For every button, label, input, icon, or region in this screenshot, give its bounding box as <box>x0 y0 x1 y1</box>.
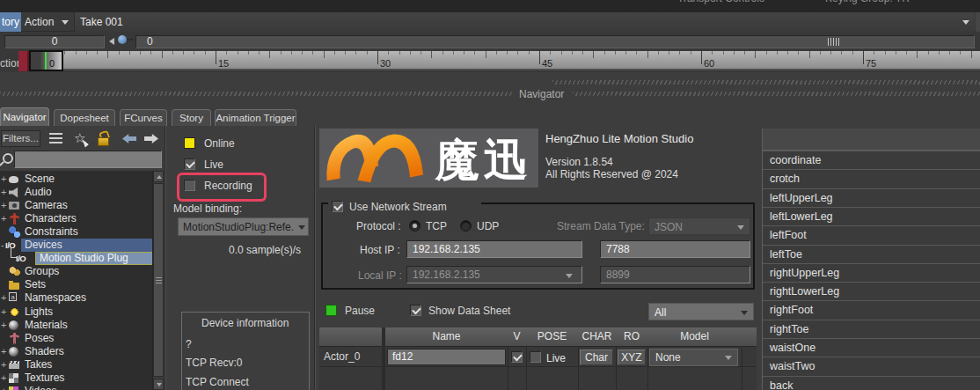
online-indicator[interactable] <box>184 137 195 149</box>
tab-animation-trigger[interactable]: Animation Trigger <box>215 109 296 126</box>
show-data-sheet-checkbox[interactable] <box>410 305 421 316</box>
tree-item-materials[interactable]: +Materials <box>0 319 152 332</box>
timeline-knob-icon[interactable] <box>118 35 127 44</box>
filters-button[interactable]: Filters... <box>1 130 40 147</box>
tree-item-takes[interactable]: +Takes <box>0 358 152 372</box>
char-button[interactable]: Char <box>580 350 613 365</box>
model-dropdown[interactable]: None <box>649 349 738 366</box>
actor-filter-dropdown[interactable]: All <box>648 303 754 320</box>
skeleton-item-waistTwo[interactable]: waistTwo <box>763 357 980 375</box>
skeleton-item-waistOne[interactable]: waistOne <box>763 338 980 357</box>
column-divider <box>647 347 648 390</box>
tree-item-textures[interactable]: +Textures <box>0 372 152 385</box>
ruler-tick <box>486 51 486 58</box>
skeleton-item-coordinate[interactable]: coordinate <box>763 151 980 169</box>
pose-checkbox[interactable] <box>530 351 541 363</box>
expand-icon[interactable]: + <box>1 359 8 371</box>
column-header-v[interactable]: V <box>508 327 526 347</box>
scroll-thumb[interactable] <box>153 183 164 377</box>
expand-icon[interactable]: + <box>1 292 8 304</box>
forward-arrow-icon[interactable] <box>144 134 158 143</box>
timeline-ruler[interactable]: 1530456075 <box>29 51 980 70</box>
expand-icon[interactable]: + <box>1 372 8 384</box>
expand-icon[interactable]: + <box>1 187 8 198</box>
tab-navigator[interactable]: Navigator <box>0 107 49 126</box>
tree-item-videos[interactable]: +Videos <box>0 385 152 390</box>
ro-button[interactable]: XYZ <box>618 350 646 365</box>
skeleton-list-header <box>763 129 980 151</box>
take-dropdown-arrow-icon[interactable] <box>962 20 969 25</box>
tree-item-lights[interactable]: +Lights <box>0 305 152 319</box>
pause-indicator[interactable] <box>325 305 337 316</box>
column-header-name[interactable]: Name <box>385 327 508 347</box>
tree-item-sets[interactable]: Sets <box>0 278 152 291</box>
list-options-icon[interactable] <box>49 133 62 143</box>
scroll-grip-icon[interactable] <box>828 38 829 46</box>
tree-item-motion-studio-plug[interactable]: I/OMotion Studio Plug <box>0 252 152 265</box>
tcp-radio[interactable] <box>409 220 421 232</box>
search-input[interactable] <box>14 151 162 168</box>
skeleton-item-rightUpperLeg[interactable]: rightUpperLeg <box>763 263 980 282</box>
actor-row-label[interactable]: Actor_0 <box>324 350 360 363</box>
v-checkbox[interactable] <box>511 351 523 363</box>
column-header-char[interactable]: CHAR <box>578 327 616 347</box>
local-port-input[interactable]: 8899 <box>600 266 750 283</box>
action-dropdown-label[interactable]: Action <box>25 16 54 28</box>
back-arrow-icon[interactable] <box>122 134 136 143</box>
timeline-scroll-field[interactable]: 0 <box>135 35 975 48</box>
expand-icon[interactable]: + <box>1 173 8 185</box>
host-ip-input[interactable]: 192.168.2.135 <box>406 240 582 258</box>
tree-item-devices[interactable]: -I/ODevices <box>0 239 152 252</box>
tab-story[interactable]: Story <box>172 109 211 126</box>
skeleton-item-rightToe[interactable]: rightToe <box>763 320 980 338</box>
model-binding-dropdown[interactable]: MotionStudioPlug:Refe. <box>178 217 309 236</box>
expand-icon[interactable]: + <box>1 346 8 357</box>
tree-item-shaders[interactable]: +Shaders <box>0 345 152 358</box>
tree-item-characters[interactable]: +Characters <box>0 212 152 225</box>
tree-item-namespaces[interactable]: +aNamespaces <box>0 291 152 305</box>
expand-icon[interactable]: + <box>1 306 8 318</box>
local-ip-dropdown[interactable]: 192.168.2.135 <box>406 266 582 283</box>
expand-icon[interactable]: + <box>1 320 8 331</box>
tree-item-poses[interactable]: Poses <box>0 332 152 345</box>
scroll-down-button[interactable] <box>153 379 164 390</box>
stream-type-dropdown[interactable]: JSON <box>648 217 750 235</box>
tab-dopesheet[interactable]: Dopesheet <box>54 109 115 126</box>
actor-name-input[interactable]: fd12 <box>387 349 506 365</box>
skeleton-item-crotch[interactable]: crotch <box>763 169 980 188</box>
prev-key-icon[interactable] <box>109 38 114 45</box>
expand-icon[interactable]: + <box>1 386 8 390</box>
lock-icon-body[interactable] <box>98 137 109 146</box>
column-header-ro[interactable]: RO <box>616 327 647 347</box>
tree-item-groups[interactable]: Groups <box>0 265 152 278</box>
tree-item-cameras[interactable]: +Cameras <box>0 199 152 212</box>
column-header-model[interactable]: Model <box>647 327 742 347</box>
skeleton-item-leftLowerLeg[interactable]: leftLowerLeg <box>763 207 980 225</box>
current-frame-field[interactable]: 0 <box>4 35 105 48</box>
story-tab[interactable]: tory <box>0 12 21 32</box>
skeleton-item-rightFoot[interactable]: rightFoot <box>763 300 980 319</box>
live-checkbox[interactable] <box>184 158 195 170</box>
tree-item-scene[interactable]: +Scene <box>0 173 152 186</box>
expand-icon[interactable]: + <box>1 213 8 224</box>
tree-item-label: Lights <box>25 305 53 319</box>
tree-scrollbar[interactable] <box>152 171 164 390</box>
tree-item-audio[interactable]: +Audio <box>0 186 152 199</box>
playhead-box[interactable]: 0 <box>29 50 63 71</box>
timeline-red-marker[interactable] <box>18 51 29 71</box>
use-network-stream-checkbox[interactable] <box>332 201 343 212</box>
skeleton-item-leftFoot[interactable]: leftFoot <box>763 225 980 244</box>
tab-fcurves[interactable]: FCurves <box>120 109 167 126</box>
action-dropdown-arrow-icon[interactable] <box>62 20 69 25</box>
skeleton-item-leftUpperLeg[interactable]: leftUpperLeg <box>763 188 980 207</box>
column-header-pose[interactable]: POSE <box>526 327 578 347</box>
tree-item-constraints[interactable]: Constraints <box>0 225 152 239</box>
skeleton-item-back[interactable]: back <box>763 376 980 390</box>
skeleton-item-leftToe[interactable]: leftToe <box>763 245 980 263</box>
expand-icon[interactable]: + <box>1 200 8 211</box>
udp-radio[interactable] <box>460 220 472 232</box>
scroll-up-button[interactable] <box>153 171 164 182</box>
host-port-input[interactable]: 7788 <box>600 240 750 258</box>
take-tab[interactable]: Take 001 <box>75 12 975 32</box>
skeleton-item-rightLowerLeg[interactable]: rightLowerLeg <box>763 282 980 300</box>
